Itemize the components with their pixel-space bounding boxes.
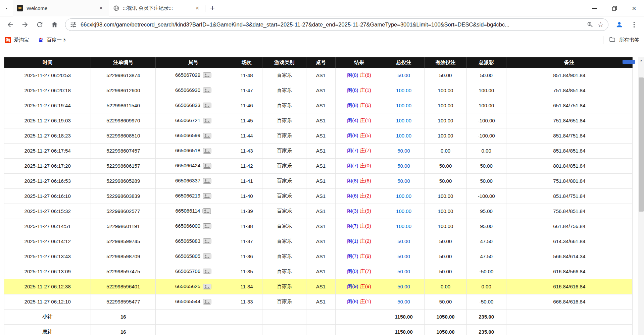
table-row[interactable]: 2025-11-27 06:13:09 522998597475 6650657… [4, 264, 633, 279]
round-replay-button[interactable] [203, 283, 211, 290]
table-row[interactable]: 2025-11-27 06:12:10 522998595477 6650655… [4, 294, 633, 309]
total-bet-link[interactable]: 50.00 [397, 148, 410, 154]
table-row[interactable]: 2025-11-27 06:15:32 522998602577 6650661… [4, 204, 633, 219]
table-row[interactable]: 2025-11-27 06:20:53 522998613874 6650670… [4, 68, 633, 83]
cell-game-type: 百家乐 [262, 249, 306, 264]
cell-remark: 651.84/751.84 [506, 98, 632, 113]
minimize-button[interactable] [585, 0, 604, 16]
round-replay-button[interactable] [203, 72, 211, 78]
tab-welcome[interactable]: Welcome × [13, 0, 109, 16]
scroll-up-icon[interactable]: ▲ [638, 57, 644, 63]
table-row[interactable]: 2025-11-27 06:18:23 522998608510 6650665… [4, 128, 633, 143]
bookmark-baidu[interactable]: 百度一下 [38, 37, 67, 43]
tab-close-icon[interactable]: × [193, 4, 201, 12]
total-bet-link[interactable]: 100.00 [396, 103, 411, 108]
refresh-button[interactable] [33, 18, 46, 32]
scrollbar-thumb[interactable] [639, 77, 644, 212]
bookmark-star-icon[interactable]: ☆ [597, 21, 604, 29]
cell-payout: 100.00 [466, 98, 506, 113]
total-bet-link[interactable]: 100.00 [396, 223, 411, 229]
column-header: 场次 [231, 57, 262, 68]
all-bookmarks-button[interactable]: 所有书签 [619, 37, 639, 43]
url-text[interactable]: 66cxkj98.com/game/betrecord_search/kind3… [81, 21, 583, 28]
tab-close-icon[interactable]: × [97, 4, 105, 12]
cell-payout: -50.00 [466, 294, 506, 309]
cell-total-bet: 100.00 [383, 98, 425, 113]
profile-button[interactable] [612, 18, 626, 32]
column-header: 总派彩 [466, 57, 506, 68]
table-row[interactable]: 2025-11-27 06:16:10 522998603839 6650662… [4, 188, 633, 204]
camera-icon [203, 148, 211, 154]
round-replay-button[interactable] [203, 163, 211, 169]
table-header-row: 时间注单编号局号场次游戏类别桌号结果总投注有效投注总派彩备注 [4, 57, 633, 68]
round-replay-button[interactable] [203, 253, 211, 260]
total-bet-link[interactable]: 50.00 [397, 284, 410, 289]
zoom-icon[interactable] [587, 21, 594, 28]
total-bet-link[interactable]: 50.00 [397, 299, 410, 304]
total-bet-link[interactable]: 100.00 [396, 133, 411, 138]
table-row[interactable]: 2025-11-27 06:14:12 522998599745 6650658… [4, 234, 633, 249]
round-replay-button[interactable] [203, 223, 211, 229]
table-row[interactable]: 2025-11-27 06:19:44 522998611540 6650668… [4, 98, 633, 113]
table-row[interactable]: 2025-11-27 06:14:51 522998601191 6650660… [4, 219, 633, 234]
total-bet-link[interactable]: 100.00 [396, 193, 411, 199]
total-bet-link[interactable]: 100.00 [396, 118, 411, 123]
total-bet-link[interactable]: 50.00 [397, 72, 410, 78]
total-bet-link[interactable]: 100.00 [396, 88, 411, 93]
total-bet-link[interactable]: 50.00 [397, 254, 410, 259]
partially-scrolled-button[interactable] [623, 60, 635, 64]
table-row[interactable]: 2025-11-27 06:16:53 522998605289 6650663… [4, 173, 633, 188]
table-row[interactable]: 2025-11-27 06:19:03 522998609970 6650667… [4, 113, 633, 128]
round-replay-button[interactable] [202, 208, 211, 214]
round-replay-button[interactable] [203, 117, 211, 124]
close-button[interactable]: × [624, 0, 644, 16]
table-row[interactable]: 2025-11-27 06:13:43 522998598709 6650658… [4, 249, 633, 264]
home-button[interactable] [48, 18, 61, 32]
minimize-icon [592, 8, 597, 9]
table-row[interactable]: 2025-11-27 06:20:18 522998612600 6650669… [4, 83, 633, 98]
restore-button[interactable] [604, 0, 624, 16]
cell-total-bet: 100.00 [383, 188, 425, 204]
column-header: 局号 [156, 57, 231, 68]
round-replay-button[interactable] [203, 238, 211, 244]
cell-bet-id: 522998612600 [91, 83, 156, 98]
cell-result: 闲(6)庄(1) [335, 83, 383, 98]
camera-icon [203, 253, 211, 260]
banker-result: 庄(0) [360, 163, 371, 168]
cell-table-no: AS1 [306, 98, 335, 113]
cell-session: 11-45 [231, 113, 262, 128]
forward-button[interactable] [18, 18, 32, 32]
address-bar[interactable]: 66cxkj98.com/game/betrecord_search/kind3… [65, 18, 608, 31]
round-replay-button[interactable] [203, 87, 211, 94]
round-replay-button[interactable] [203, 193, 211, 199]
cell-table-no: AS1 [306, 158, 335, 173]
forward-arrow-icon [21, 21, 29, 29]
round-replay-button[interactable] [203, 102, 211, 109]
cell-session: 11-37 [231, 234, 262, 249]
folder-icon [609, 36, 616, 44]
total-bet-link[interactable]: 50.00 [397, 269, 410, 274]
bookmark-taobao[interactable]: 淘 爱淘宝 [5, 37, 29, 43]
table-row[interactable]: 2025-11-27 06:17:20 522998606157 6650664… [4, 158, 633, 173]
total-bet-link[interactable]: 50.00 [397, 163, 410, 169]
total-bet-link[interactable]: 50.00 [397, 238, 410, 244]
new-tab-button[interactable]: + [205, 1, 219, 15]
round-replay-button[interactable] [203, 268, 211, 275]
cell-round-no: 665065706 [156, 264, 231, 279]
tab-search-chevron[interactable] [0, 0, 13, 16]
round-replay-button[interactable] [203, 178, 211, 184]
table-row[interactable]: 2025-11-27 06:17:54 522998607457 6650665… [4, 143, 633, 158]
tab-betrecord[interactable]: :::视讯 会员下注纪录::: × [109, 0, 205, 16]
total-bet-link[interactable]: 100.00 [396, 208, 411, 214]
total-bet-link[interactable]: 50.00 [397, 178, 410, 184]
table-row[interactable]: 2025-11-27 06:12:38 522998596401 6650656… [4, 279, 633, 294]
vertical-scrollbar[interactable]: ▲ ▼ [638, 57, 644, 335]
back-button[interactable] [3, 18, 17, 32]
cell-table-no: AS1 [306, 294, 335, 309]
camera-icon [203, 72, 211, 78]
camera-icon [203, 193, 211, 199]
round-replay-button[interactable] [203, 132, 211, 139]
menu-button[interactable] [627, 18, 641, 32]
round-replay-button[interactable] [203, 298, 211, 305]
round-replay-button[interactable] [203, 148, 211, 154]
